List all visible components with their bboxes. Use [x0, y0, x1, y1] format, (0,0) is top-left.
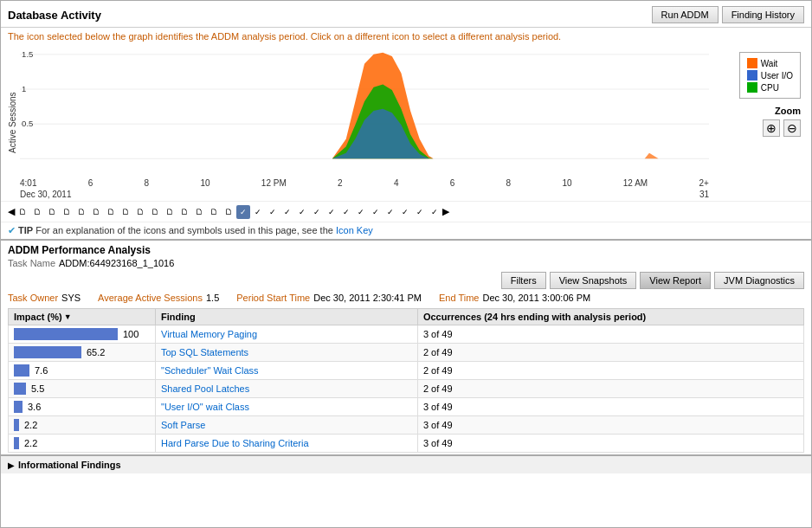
timeline-icon[interactable]: ✓	[295, 205, 309, 219]
timeline-icon[interactable]: 🗋	[177, 205, 191, 219]
jvm-diagnostics-button[interactable]: JVM Diagnostics	[714, 272, 804, 289]
impact-cell: 5.5	[9, 380, 156, 398]
timeline-icon[interactable]: 🗋	[119, 205, 132, 219]
view-report-button[interactable]: View Report	[640, 272, 711, 289]
timeline-icon[interactable]: 🗋	[148, 205, 162, 219]
table-row: 3.6"User I/O" wait Class3 of 49	[9, 398, 804, 416]
timeline-icon[interactable]: 🗋	[222, 205, 235, 219]
table-row: 7.6"Scheduler" Wait Class2 of 49	[9, 362, 804, 380]
header-buttons: Run ADDM Finding History	[652, 6, 804, 23]
impact-cell: 100	[9, 325, 156, 344]
sort-arrow-icon: ▼	[64, 312, 72, 321]
finding-history-button[interactable]: Finding History	[722, 6, 804, 23]
wait-color-box	[747, 58, 757, 68]
impact-value: 2.2	[24, 420, 37, 430]
cpu-color-box	[747, 82, 757, 93]
addm-title: ADDM Performance Analysis	[8, 244, 804, 256]
table-row: 100Virtual Memory Paging3 of 49	[9, 325, 804, 344]
timeline-icon-active[interactable]: ✓	[236, 205, 250, 219]
timeline-icon[interactable]: ✓	[428, 205, 441, 219]
filters-button[interactable]: Filters	[501, 272, 546, 289]
occurrences-cell: 3 of 49	[417, 325, 803, 344]
timeline-icon[interactable]: 🗋	[163, 205, 177, 219]
finding-cell: Top SQL Statements	[156, 344, 418, 362]
informational-findings-row[interactable]: ▶ Informational Findings	[1, 454, 811, 473]
finding-cell: Soft Parse	[156, 416, 418, 435]
impact-cell: 3.6	[9, 398, 156, 416]
timeline-icon[interactable]: ✓	[383, 205, 397, 219]
timeline-icon[interactable]: ✓	[413, 205, 427, 219]
timeline-icon[interactable]: ✓	[310, 205, 324, 219]
finding-link[interactable]: Virtual Memory Paging	[161, 329, 257, 339]
x-tick: 4:01	[20, 178, 36, 188]
start-time-label: Period Start Time	[236, 293, 310, 303]
zoom-in-button[interactable]: ⊕	[763, 119, 780, 137]
impact-cell: 2.2	[9, 416, 156, 435]
occurrences-cell: 3 of 49	[417, 435, 803, 453]
occurrences-cell: 2 of 49	[417, 380, 803, 398]
col-occurrences[interactable]: Occurrences (24 hrs ending with analysis…	[417, 309, 803, 325]
timeline-icon[interactable]: 🗋	[74, 205, 88, 219]
chart-legend: Wait User I/O CPU	[739, 52, 801, 99]
timeline-icon[interactable]: ✓	[339, 205, 353, 219]
finding-link[interactable]: "Scheduler" Wait Class	[161, 365, 259, 376]
legend-cpu: CPU	[747, 82, 793, 93]
impact-value: 100	[123, 329, 139, 339]
timeline-icon[interactable]: ✓	[251, 205, 265, 219]
addm-section: ADDM Performance Analysis Task Name ADDM…	[1, 239, 811, 454]
occurrences-cell: 3 of 49	[417, 416, 803, 435]
x-tick: 10	[200, 178, 209, 188]
run-addm-button[interactable]: Run ADDM	[652, 6, 719, 23]
date-left: Dec 30, 2011	[20, 190, 699, 199]
col-impact[interactable]: Impact (%) ▼	[9, 309, 156, 325]
finding-link[interactable]: Hard Parse Due to Sharing Criteria	[161, 438, 309, 448]
x-tick: 8	[506, 178, 512, 188]
legend-wait: Wait	[747, 58, 793, 68]
timeline-icon[interactable]: ✓	[398, 205, 412, 219]
impact-bar	[14, 437, 19, 449]
timeline-icon[interactable]: 🗋	[60, 205, 74, 219]
impact-bar	[14, 401, 23, 413]
impact-bar	[14, 346, 81, 358]
view-snapshots-button[interactable]: View Snapshots	[550, 272, 637, 289]
timeline-icon[interactable]: 🗋	[104, 205, 118, 219]
timeline-left-arrow[interactable]: ◀	[8, 206, 15, 217]
avg-sessions-value: 1.5	[206, 293, 219, 303]
timeline-icon[interactable]: 🗋	[89, 205, 103, 219]
timeline-right-arrow[interactable]: ▶	[442, 206, 449, 217]
bar-cell: 5.5	[14, 383, 150, 395]
finding-link[interactable]: "User I/O" wait Class	[161, 402, 249, 412]
timeline-icon[interactable]: 🗋	[30, 205, 44, 219]
impact-cell: 2.2	[9, 435, 156, 453]
chart-svg: 1.5 1 0.5	[20, 45, 709, 177]
timeline-icon[interactable]: ✓	[266, 205, 280, 219]
stat-avg-sessions: Average Active Sessions 1.5	[98, 293, 219, 303]
finding-link[interactable]: Shared Pool Latches	[161, 383, 249, 394]
timeline-icon[interactable]: 🗋	[45, 205, 59, 219]
finding-link[interactable]: Top SQL Statements	[161, 347, 248, 357]
col-finding[interactable]: Finding	[156, 309, 418, 325]
stat-owner: Task Owner SYS	[8, 293, 81, 303]
timeline-icon[interactable]: ✓	[369, 205, 383, 219]
y-axis-label: Active Sessions	[8, 45, 20, 201]
icon-key-link[interactable]: Icon Key	[336, 225, 373, 235]
impact-bar	[14, 328, 118, 340]
timeline-icon[interactable]: 🗋	[192, 205, 206, 219]
finding-link[interactable]: Soft Parse	[161, 420, 205, 430]
timeline-icon[interactable]: ✓	[325, 205, 338, 219]
date-right: 31	[699, 190, 709, 199]
tip-text: For an explanation of the icons and symb…	[35, 225, 336, 235]
zoom-out-button[interactable]: ⊖	[783, 119, 801, 137]
timeline-icon[interactable]: 🗋	[133, 205, 147, 219]
legend-userio: User I/O	[747, 70, 793, 80]
timeline-icon[interactable]: 🗋	[16, 205, 29, 219]
x-tick: 2	[338, 178, 343, 188]
wait-label: Wait	[761, 59, 778, 68]
timeline-icon[interactable]: ✓	[354, 205, 368, 219]
page-container: Database Activity Run ADDM Finding Histo…	[0, 0, 812, 528]
timeline-icon[interactable]: ✓	[280, 205, 294, 219]
impact-value: 2.2	[24, 438, 37, 448]
timeline-icon[interactable]: 🗋	[207, 205, 221, 219]
chart-area: Active Sessions 1.5 1 0.5	[1, 45, 811, 201]
zoom-label: Zoom	[775, 106, 801, 116]
